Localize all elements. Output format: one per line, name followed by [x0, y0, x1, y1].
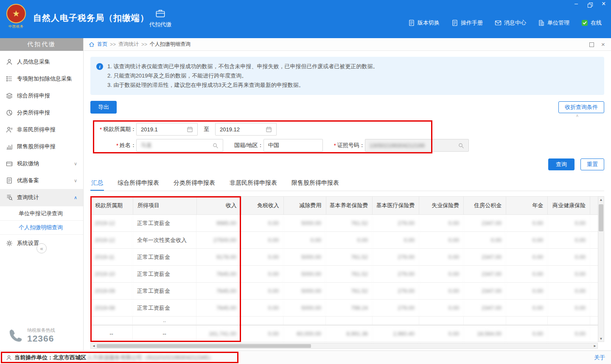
column-header: 基本医疗保险费 — [373, 197, 419, 214]
period-start-input[interactable]: 2019.1 — [136, 123, 198, 136]
notice-line: 2. 只能查询2019年及之后的数据，不能进行跨年度查询。 — [107, 71, 597, 81]
header-link-label: 消息中心 — [504, 19, 526, 27]
table-cell: 5000.00 — [283, 266, 326, 282]
table-cell: 全年一次性奖金收入 — [133, 232, 196, 248]
scroll-left-icon[interactable] — [92, 344, 96, 348]
vertical-scroll-thumb[interactable] — [599, 204, 603, 231]
sidebar-item-label: 专项附加扣除信息采集 — [17, 75, 72, 83]
sidebar-item[interactable]: 查询统计 — [0, 189, 83, 206]
table-cell: 0.00 — [506, 266, 548, 282]
pane-close-icon[interactable] — [601, 42, 606, 47]
table-cell: 0.00 — [241, 249, 283, 265]
collapse-filter-button[interactable]: 收折查询条件 — [558, 101, 604, 113]
horizontal-scroll-track[interactable] — [96, 344, 592, 348]
sidebar-item[interactable]: 综合所得申报 — [0, 87, 83, 104]
query-button[interactable]: 查询 — [548, 158, 575, 170]
module-tab-withholding[interactable]: 代扣代缴 — [149, 8, 171, 28]
calendar-icon[interactable] — [266, 126, 272, 133]
table-cell: 2019-09 — [90, 283, 133, 299]
table-cell: 2347.00 — [464, 266, 506, 282]
close-icon[interactable] — [601, 2, 607, 8]
search-icon[interactable] — [212, 142, 219, 149]
notice-box: i 1. 该查询统计表仅能查询已申报成功的数据，不包含未申报、申报失败，已申报但… — [90, 57, 604, 95]
pane-restore-icon[interactable] — [589, 42, 594, 47]
table-cell: 0.00 — [464, 232, 506, 248]
table-cell: .. — [133, 317, 196, 325]
sidebar-item[interactable]: 限售股所得申报 — [0, 138, 83, 155]
sidebar-item[interactable]: 税款缴纳 — [0, 155, 83, 172]
chart-icon — [6, 143, 13, 150]
sidebar-collapse-button[interactable]: « — [36, 243, 47, 253]
table-cell: 2,960.40 — [373, 325, 419, 342]
result-tab[interactable]: 综合所得申报表 — [117, 176, 160, 191]
column-header: 住房公积金 — [464, 197, 506, 214]
name-input[interactable]: 马某 — [136, 139, 223, 152]
column-header: 年金 — [506, 197, 548, 214]
table-cell: 2019-12 — [90, 232, 133, 248]
region-input[interactable]: 中国 — [263, 139, 323, 152]
sidebar-subitem[interactable]: 个人扣缴明细查询 — [0, 220, 83, 235]
table-cell: 0.00 — [283, 232, 326, 248]
result-tab[interactable]: 分类所得申报表 — [173, 176, 216, 191]
header-link-label: 单位管理 — [547, 19, 569, 27]
period-end-input[interactable]: 2019.12 — [215, 123, 277, 136]
table-cell: 0.00 — [548, 232, 590, 248]
sidebar-subitem[interactable]: 单位申报记录查询 — [0, 206, 83, 220]
sidebar-item[interactable]: 人员信息采集 — [0, 53, 83, 70]
vertical-scrollbar[interactable] — [598, 196, 604, 342]
horizontal-scroll-thumb[interactable] — [97, 344, 311, 348]
table-cell: 0.00 — [548, 266, 590, 282]
sidebar-item[interactable]: 专项附加扣除信息采集 — [0, 70, 83, 87]
table-cell: 0.00 — [548, 325, 590, 342]
region-label: 国籍/地区： — [234, 142, 263, 149]
sidebar-item[interactable]: 非居民所得申报 — [0, 121, 83, 138]
sidebar-menu: 人员信息采集专项附加扣除信息采集综合所得申报分类所得申报非居民所得申报限售股所得… — [0, 51, 83, 252]
header-link-manual[interactable]: 操作手册 — [451, 19, 483, 27]
table-cell: 2019-11 — [90, 249, 133, 265]
table-cell: 0.00 — [548, 249, 590, 265]
table-cell: 761.52 — [326, 283, 373, 299]
reset-button[interactable]: 重置 — [580, 158, 604, 170]
result-tab[interactable]: 非居民所得申报表 — [229, 176, 278, 191]
emblem-text: 中国税务 — [8, 24, 24, 29]
header-link-version-switch[interactable]: 版本切换 — [408, 19, 440, 27]
scroll-up-icon[interactable] — [600, 197, 603, 203]
table-cell: -- — [133, 325, 196, 342]
person2-icon — [6, 126, 13, 133]
header-link-online-status[interactable]: 在线 — [581, 19, 602, 27]
horizontal-scrollbar[interactable] — [90, 343, 598, 349]
table-cell: 0.00 — [506, 249, 548, 265]
scroll-down-icon[interactable] — [600, 336, 603, 342]
minimize-icon[interactable] — [574, 2, 580, 8]
home-icon — [89, 42, 95, 47]
table-cell: -- — [90, 325, 133, 342]
table-cell: 正常工资薪金 — [133, 283, 196, 299]
restore-icon[interactable] — [587, 2, 593, 8]
result-tab[interactable]: 限售股所得申报表 — [291, 176, 340, 191]
export-button[interactable]: 导出 — [90, 101, 117, 114]
search-icon[interactable] — [458, 142, 464, 149]
sidebar-item-label: 系统设置 — [17, 239, 39, 247]
header-link-message-center[interactable]: 消息中心 — [495, 19, 526, 27]
chevron-up-icon — [576, 114, 579, 118]
column-header: 减除费用 — [284, 197, 326, 214]
sidebar-item[interactable]: 分类所得申报 — [0, 104, 83, 121]
hotline-number: 12366 — [27, 333, 55, 344]
about-link[interactable]: 关于 — [594, 354, 605, 361]
result-tabs: 汇总综合所得申报表分类所得申报表非居民所得申报表限售股所得申报表 — [90, 176, 604, 191]
calendar-icon[interactable] — [187, 126, 193, 133]
table-body: 2019-12正常工资薪金9985.000.005000.00761.52279… — [90, 215, 604, 342]
breadcrumb-item[interactable]: 查询统计 — [118, 41, 139, 48]
building-icon — [538, 19, 545, 26]
scroll-right-icon[interactable] — [592, 344, 597, 348]
result-tab[interactable]: 汇总 — [90, 176, 104, 191]
id-number-input[interactable]: 130502199304212199 — [365, 139, 469, 152]
breadcrumb-item[interactable]: 首页 — [97, 41, 107, 48]
header-link-unit-management[interactable]: 单位管理 — [538, 19, 569, 27]
sidebar-item[interactable]: 优惠备案 — [0, 172, 83, 189]
table-cell — [283, 317, 326, 325]
table-cell: 0.00 — [419, 215, 464, 231]
table-cell: 5000.00 — [283, 283, 326, 299]
breadcrumb-item[interactable]: 个人扣缴明细查询 — [150, 41, 191, 48]
region-value: 中国 — [268, 142, 279, 149]
